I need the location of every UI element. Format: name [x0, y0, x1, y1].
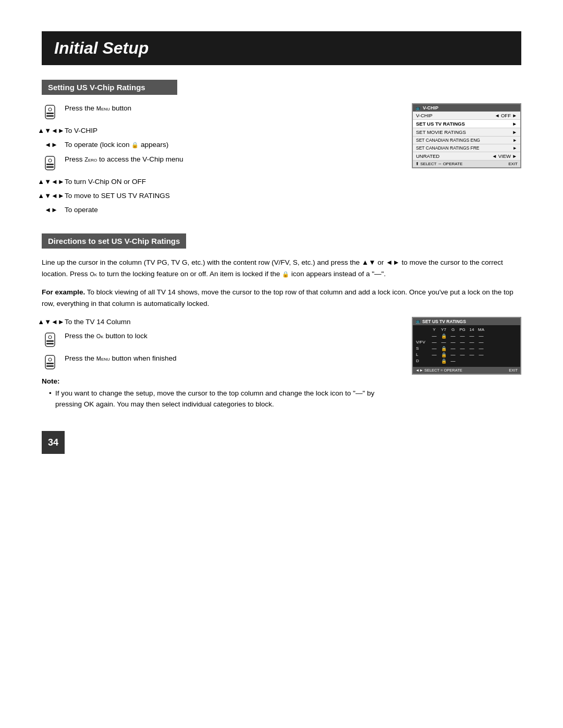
remote-icon: [42, 154, 60, 173]
for-example-label: For example.: [42, 288, 85, 296]
arrows-icon: ▲▼◄►: [42, 177, 60, 186]
cell: —: [468, 352, 475, 357]
svg-rect-2: [46, 113, 54, 114]
svg-point-9: [48, 336, 52, 339]
note-list: If you want to change the setup, move th…: [42, 388, 396, 410]
vchip-screen: 📺 V-CHIP V-CHIP ◄ OFF ► SET US TV RATING…: [412, 103, 521, 168]
cell: —: [468, 346, 475, 351]
section2-header-text: Directions to set US V-Chip Ratings: [48, 237, 180, 245]
ratings-grid: Y Y7 G PG 14 MA — 🔒 — — —: [413, 325, 520, 367]
instruction-text: To V-CHIP: [65, 126, 396, 136]
instruction-text: To operate: [65, 205, 396, 215]
instruction-row: ◄► To operate (lock icon 🔒 appears): [42, 140, 396, 150]
tv-ratings-screen: 📺 SET US TV RATINGS Y Y7 G PG 14 MA: [412, 317, 521, 375]
menu-item-value: ◄ VIEW ►: [492, 153, 517, 159]
arrows-lr-icon: ◄►: [42, 205, 60, 214]
arrows-icon: ▲▼◄►: [42, 191, 60, 200]
body-paragraph-2: For example. To block viewing of all TV …: [42, 287, 521, 309]
instruction-text: To operate (lock icon 🔒 appears): [65, 140, 396, 150]
svg-point-5: [48, 159, 52, 162]
menu-item: SET CANADIAN RATINGS ENG ►: [413, 137, 520, 144]
ratings-row: L — 🔒 — — — —: [416, 352, 517, 357]
col-header: Y: [431, 327, 438, 332]
ratings-row: S — 🔒 — — — —: [416, 346, 517, 351]
cell: —: [478, 334, 485, 339]
svg-rect-14: [46, 363, 54, 364]
section2-content: ▲▼◄► To the TV 14 Column Press: [42, 317, 521, 410]
cell: —: [459, 352, 466, 357]
page-number-text: 34: [48, 437, 58, 448]
col-headers: Y Y7 G PG 14 MA: [416, 327, 517, 332]
col-header: PG: [459, 327, 466, 332]
instruction-row: Press the Menu button when finished: [42, 353, 396, 372]
section-vchip-ratings: Setting US V-Chip Ratings Press the Menu…: [42, 80, 521, 219]
menu-item: SET CANADIAN RATINGS FRE ►: [413, 144, 520, 152]
instruction-text: To the TV 14 Column: [65, 317, 396, 327]
cell: —: [449, 340, 457, 345]
tv-screen: 📺 V-CHIP V-CHIP ◄ OFF ► SET US TV RATING…: [412, 103, 521, 168]
lock-icon: 🔒: [131, 141, 139, 150]
screen-title-text: V-CHIP: [423, 105, 438, 110]
ok-label: Ok: [96, 333, 104, 339]
arrows-icon: ▲▼◄►: [42, 126, 60, 134]
footer-text: ⬆ SELECT ↔ OPERATE: [415, 162, 462, 166]
menu-item: V-CHIP ◄ OFF ►: [413, 112, 520, 120]
cell: —: [449, 352, 457, 357]
arrows-ud-lr-icon: ▲▼◄►: [42, 317, 60, 326]
cell: —: [449, 334, 457, 339]
svg-rect-7: [46, 166, 54, 168]
lock-icon: 🔒: [282, 270, 289, 279]
note-section: Note: If you want to change the setup, m…: [42, 377, 396, 410]
section2-header: Directions to set US V-Chip Ratings: [42, 233, 186, 249]
section1-instructions: Press the Menu button ▲▼◄► To V-CHIP ◄► …: [42, 103, 396, 219]
ratings-screen-footer: ◄► SELECT = OPERATE EXIT: [413, 367, 520, 374]
svg-rect-8: [45, 333, 55, 347]
ratings-screen-title: 📺 SET US TV RATINGS: [413, 318, 520, 325]
col-header: Y7: [440, 327, 447, 332]
col-header: G: [449, 327, 457, 332]
ratings-title-text: SET US TV RATINGS: [422, 319, 466, 324]
svg-rect-6: [46, 164, 54, 165]
cell: —: [431, 352, 438, 357]
instruction-row: ▲▼◄► To turn V-Chip ON or OFF: [42, 177, 396, 187]
note-label: Note:: [42, 377, 396, 385]
remote-icon: [42, 353, 60, 372]
ratings-row: D 🔒 —: [416, 359, 517, 364]
arrows-lr-icon: ◄►: [42, 140, 60, 149]
svg-rect-11: [46, 343, 54, 344]
menu-item-label: SET US TV RATINGS: [416, 121, 465, 127]
menu-label: Menu: [96, 105, 110, 112]
instruction-row: ▲▼◄► To move to SET US TV RATINGS: [42, 191, 396, 201]
instruction-row: ◄► To operate: [42, 205, 396, 215]
ratings-row: V/FV — — — — — —: [416, 340, 517, 345]
section1-header: Setting US V-Chip Ratings: [42, 80, 177, 95]
svg-rect-12: [45, 355, 55, 369]
svg-rect-10: [46, 340, 54, 342]
page-number: 34: [42, 431, 65, 454]
page-title: Initial Setup: [42, 31, 521, 65]
cell: —: [478, 340, 485, 345]
menu-item: SET MOVIE RATINGS ►: [413, 128, 520, 137]
zero-label: Zero: [84, 156, 97, 163]
svg-point-13: [48, 358, 52, 361]
page-title-text: Initial Setup: [54, 39, 149, 57]
menu-item-label: SET CANADIAN RATINGS ENG: [416, 138, 480, 143]
menu-item-arrow: ►: [512, 129, 517, 135]
cell: —: [459, 340, 466, 345]
row-label: L: [416, 352, 429, 357]
cell: —: [449, 359, 457, 364]
footer-exit: EXIT: [508, 162, 518, 166]
svg-rect-15: [46, 365, 54, 367]
svg-rect-4: [45, 156, 55, 170]
instruction-text: Press the Menu button: [65, 103, 396, 114]
menu-label2: Menu: [96, 355, 110, 362]
svg-point-1: [48, 108, 52, 111]
cell: —: [468, 340, 475, 345]
menu-item-label: UNRATED: [416, 153, 439, 159]
menu-item: UNRATED ◄ VIEW ►: [413, 152, 520, 161]
col-header: MA: [478, 327, 485, 332]
instruction-text: To move to SET US TV RATINGS: [65, 191, 396, 201]
svg-rect-0: [45, 105, 55, 119]
row-label: V/FV: [416, 340, 429, 344]
screen-footer: ⬆ SELECT ↔ OPERATE EXIT: [413, 161, 520, 167]
